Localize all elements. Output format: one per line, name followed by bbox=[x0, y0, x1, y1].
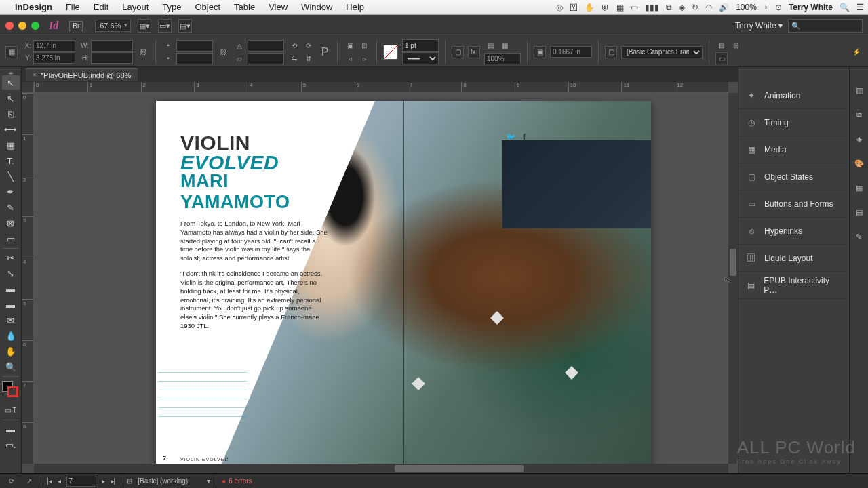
video-frame[interactable] bbox=[502, 140, 651, 228]
screen-mode-toggle[interactable]: ▭. bbox=[2, 437, 20, 452]
default-fill-stroke-button[interactable]: ▬ bbox=[2, 422, 20, 436]
horizontal-scrollbar[interactable] bbox=[34, 464, 728, 473]
stroke-panel-icon[interactable]: ▤ bbox=[852, 205, 866, 219]
spotlight-icon[interactable]: 🔍 bbox=[840, 3, 850, 12]
screen-mode-button[interactable]: ▭▾ bbox=[158, 19, 172, 33]
gradient-feather-tool[interactable]: ▬ bbox=[2, 297, 20, 312]
flag-icon[interactable]: ▦ bbox=[616, 3, 624, 12]
horizontal-scroll-thumb[interactable] bbox=[395, 465, 524, 472]
panel-media[interactable]: ▦Media bbox=[738, 136, 849, 163]
constrain-proportions-button[interactable]: ⛓ bbox=[137, 46, 149, 58]
select-container-button[interactable]: ▣ bbox=[344, 39, 356, 52]
rectangle-tool[interactable]: ▭ bbox=[2, 231, 20, 246]
menu-object[interactable]: Object bbox=[190, 2, 226, 12]
vertical-scrollbar[interactable] bbox=[728, 93, 738, 464]
scale-y-input[interactable] bbox=[176, 53, 213, 64]
layout-name[interactable]: [Basic] (working) bbox=[138, 477, 188, 485]
preflight-errors[interactable]: 6 errors bbox=[222, 477, 252, 485]
free-transform-tool[interactable]: ⤡ bbox=[2, 266, 20, 281]
height-input[interactable] bbox=[91, 52, 133, 64]
text-wrap-offset-input[interactable] bbox=[550, 46, 592, 58]
swatches-panel-icon[interactable]: 🎨 bbox=[852, 157, 866, 170]
workspace-switcher[interactable]: Terry White ▾ bbox=[735, 21, 783, 30]
zoom-level-select[interactable]: 67.6% bbox=[95, 20, 131, 32]
scissors-tool[interactable]: ✂ bbox=[2, 250, 20, 265]
content-collector-tool[interactable]: ▦ bbox=[2, 138, 20, 152]
select-content-button[interactable]: ⊡ bbox=[358, 39, 370, 52]
rotation-input[interactable] bbox=[248, 40, 284, 52]
cc-icon[interactable]: ◎ bbox=[556, 3, 563, 12]
fill-stroke-proxy[interactable] bbox=[2, 381, 20, 399]
x-position-input[interactable] bbox=[33, 40, 75, 52]
text-wrap-button[interactable]: ▣ bbox=[534, 46, 546, 58]
close-window-button[interactable] bbox=[5, 22, 14, 30]
panel-animation[interactable]: ✦Animation bbox=[738, 82, 849, 109]
wifi-icon[interactable]: ◠ bbox=[705, 3, 712, 12]
vertical-ruler[interactable]: 012345678 bbox=[22, 93, 34, 464]
stroke-weight-input[interactable] bbox=[402, 39, 439, 52]
corner-options-button[interactable]: ▢ bbox=[605, 46, 617, 58]
export-icon[interactable]: ↗ bbox=[23, 475, 35, 487]
cc-libraries-panel-icon[interactable]: ▦ bbox=[852, 181, 866, 195]
zoom-window-button[interactable] bbox=[31, 22, 39, 30]
pencil-tool[interactable]: ✎ bbox=[2, 200, 20, 215]
fx-button[interactable]: fx. bbox=[468, 46, 480, 58]
stroke-style-select[interactable]: ━━━ bbox=[402, 52, 439, 64]
menu-edit[interactable]: Edit bbox=[88, 2, 114, 12]
align-icon[interactable]: ⊟ bbox=[715, 39, 728, 52]
select-prev-button[interactable]: ◃ bbox=[344, 52, 356, 64]
shield-icon[interactable]: ⛨ bbox=[601, 3, 610, 12]
apply-color-button[interactable]: ▭ T bbox=[2, 403, 20, 418]
page-number-input[interactable] bbox=[66, 476, 96, 487]
arrange-documents-button[interactable]: ▤▾ bbox=[178, 19, 192, 33]
gradient-swatch-tool[interactable]: ▬ bbox=[2, 281, 20, 296]
pages-panel-icon[interactable]: ▥ bbox=[852, 83, 866, 97]
volume-icon[interactable]: 🔊 bbox=[719, 3, 729, 12]
object-style-select[interactable]: [Basic Graphics Frame] bbox=[621, 46, 703, 58]
distribute-icon[interactable]: ⊞ bbox=[730, 39, 742, 52]
next-page-button[interactable]: ▸ bbox=[102, 477, 105, 485]
shear-input[interactable] bbox=[248, 53, 284, 64]
opacity-input[interactable] bbox=[484, 53, 521, 64]
battery-percent[interactable]: 100% bbox=[736, 3, 757, 12]
vertical-scroll-thumb[interactable] bbox=[730, 249, 736, 276]
panel-epub-interactivity-p-[interactable]: ▤EPUB Interactivity P… bbox=[738, 272, 849, 299]
page-tool[interactable]: ⎘ bbox=[2, 106, 20, 121]
spotlight-alt-icon[interactable]: ⊙ bbox=[775, 3, 782, 12]
bt-icon[interactable]: ᚼ bbox=[764, 3, 768, 12]
updates-icon[interactable]: ↻ bbox=[692, 3, 698, 12]
dropbox-icon[interactable]: ◈ bbox=[679, 3, 685, 12]
menu-help[interactable]: Help bbox=[340, 2, 370, 12]
note-tool[interactable]: ✉ bbox=[2, 312, 20, 327]
panel-timing[interactable]: ◷Timing bbox=[738, 109, 849, 136]
master-page-icon[interactable]: ⊞ bbox=[127, 477, 132, 485]
view-options-button[interactable]: ▦▾ bbox=[138, 19, 151, 33]
menu-type[interactable]: Type bbox=[157, 2, 186, 12]
drop-shadow-button[interactable]: ▢ bbox=[452, 46, 464, 58]
panel-hyperlinks[interactable]: ⎋Hyperlinks bbox=[738, 218, 849, 245]
notification-center-icon[interactable]: ☰ bbox=[856, 3, 864, 12]
display-icon[interactable]: ▭ bbox=[631, 3, 638, 12]
page-spread[interactable]: VIOLIN EVOLVED MARI YAMAMOTO From Tokyo,… bbox=[156, 101, 651, 464]
rotate-cw-button[interactable]: ⟳ bbox=[302, 39, 315, 52]
app-menu[interactable]: InDesign bbox=[9, 2, 58, 12]
eyedropper-tool[interactable]: 💧 bbox=[2, 328, 20, 343]
horizontal-ruler[interactable]: 0123456789101112 bbox=[34, 82, 728, 93]
bridge-button[interactable]: Br bbox=[69, 21, 83, 31]
links-panel-icon[interactable]: ⧉ bbox=[852, 108, 866, 121]
line-tool[interactable]: ╲ bbox=[2, 169, 20, 184]
preflight-panel-icon[interactable]: ✎ bbox=[852, 230, 866, 243]
panel-object-states[interactable]: ▢Object States bbox=[738, 163, 849, 190]
layers-panel-icon[interactable]: ◈ bbox=[852, 132, 866, 146]
quick-apply-button[interactable]: ⚡ bbox=[850, 46, 863, 58]
link-icon[interactable]: ⧉ bbox=[666, 3, 672, 12]
sync-settings-icon[interactable]: ⟳ bbox=[5, 475, 18, 487]
width-input[interactable] bbox=[91, 40, 133, 52]
first-page-button[interactable]: |◂ bbox=[47, 477, 52, 485]
flip-v-button[interactable]: ⇵ bbox=[302, 52, 315, 64]
hand-icon[interactable]: ✋ bbox=[585, 3, 595, 12]
menu-file[interactable]: File bbox=[60, 2, 85, 12]
fill-stroke-swatch[interactable] bbox=[383, 45, 398, 60]
menu-view[interactable]: View bbox=[263, 2, 293, 12]
article-text-frame[interactable]: VIOLIN EVOLVED MARI YAMAMOTO From Tokyo,… bbox=[180, 134, 330, 331]
